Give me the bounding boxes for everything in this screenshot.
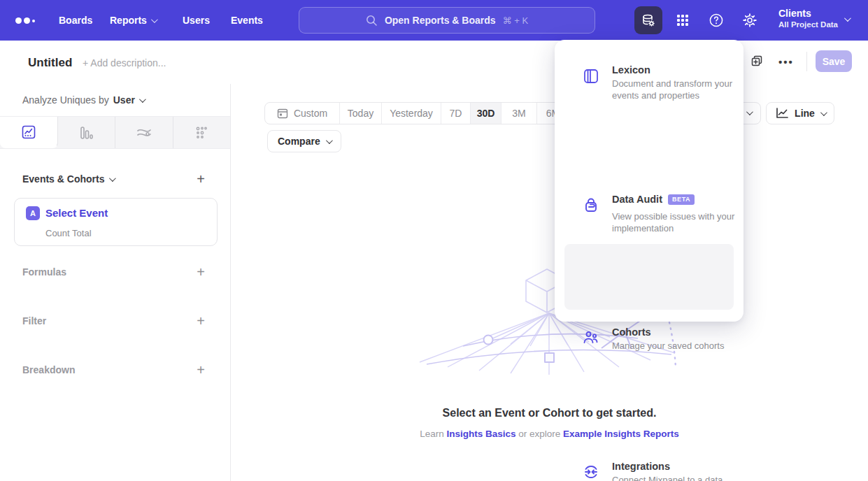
more-actions-button[interactable]: ••• [778,56,794,68]
cohorts-desc: Manage your saved cohorts [612,340,738,352]
add-breakdown-button[interactable]: + [194,364,207,377]
database-gear-icon [641,13,656,28]
tab-insights[interactable] [0,117,58,148]
help-button[interactable] [702,6,730,34]
chevron-down-icon [820,109,827,116]
add-formula-button[interactable]: + [194,266,207,279]
event-letter-badge: A [26,206,40,220]
mixpanel-insights-app: Boards Reports Users Events Open Reports… [0,0,868,481]
example-insights-reports-link[interactable]: Example Insights Reports [563,429,679,439]
range-30d-label: 30D [477,108,495,119]
range-yesterday-label: Yesterday [390,108,433,119]
analyze-value[interactable]: User [113,94,135,106]
search-shortcut: ⌘ + K [503,15,529,26]
settings-button[interactable] [736,6,764,34]
apps-grid-button[interactable] [669,6,697,34]
breakdown-section: Breakdown + [0,364,231,378]
add-event-button[interactable]: + [194,173,207,186]
event-row-card[interactable]: A Select Event Count Total [14,198,218,246]
events-cohorts-label: Events & Cohorts [22,173,104,185]
nav-boards-label: Boards [59,15,92,26]
copy-plus-icon [750,55,764,69]
add-filter-button[interactable]: + [194,315,207,328]
gear-icon [742,13,757,28]
chart-type-label: Line [795,108,815,119]
chevron-down-icon [109,175,116,182]
events-cohorts-header[interactable]: Events & Cohorts [22,173,114,185]
scatter-dots-icon [194,125,209,141]
learn-prefix: Learn [420,429,446,439]
range-7d[interactable]: 7D [441,103,470,124]
query-builder-sidebar: Analyze Uniques by User [0,84,231,481]
range-30d[interactable]: 30D [470,103,501,124]
integrations-title: Integrations [612,461,670,472]
chevron-down-icon [746,108,753,115]
nav-users-label: Users [183,15,210,26]
menu-item-data-audit[interactable]: Data AuditBETA View possible issues with… [555,106,744,173]
chevron-down-icon [326,137,333,144]
compare-label: Compare [278,136,320,147]
range-today-label: Today [348,108,373,119]
insights-chart-icon [21,124,36,140]
data-management-button[interactable] [634,6,662,34]
nav-boards[interactable]: Boards [59,0,92,41]
insights-basics-link[interactable]: Insights Basics [446,429,515,439]
nav-events[interactable]: Events [231,0,263,41]
menu-item-lexicon[interactable]: Lexicon Document and transform your even… [555,40,744,106]
filter-section: Filter + [0,315,231,329]
lexicon-title: Lexicon [612,64,650,76]
formulas-section: Formulas + [0,266,231,280]
report-description-placeholder[interactable]: + Add description... [83,57,166,69]
visualization-tabs [0,116,230,149]
lexicon-book-icon [583,68,599,85]
range-today[interactable]: Today [339,103,381,124]
formulas-label: Formulas [22,266,66,278]
filter-label: Filter [22,315,46,326]
cohorts-title: Cohorts [612,326,651,338]
range-3m[interactable]: 3M [501,103,536,124]
save-button[interactable]: Save [816,50,852,72]
date-range-control: Custom Today Yesterday 7D 30D 3M 6M [264,102,569,124]
global-search-input[interactable]: Open Reports & Boards ⌘ + K [299,7,595,34]
project-scope: All Project Data [778,20,838,30]
range-7d-label: 7D [450,108,462,119]
nav-reports[interactable]: Reports [110,0,156,41]
range-yesterday[interactable]: Yesterday [381,103,441,124]
report-title[interactable]: Untitled [28,56,72,70]
breakdown-label: Breakdown [22,364,75,375]
range-3m-label: 3M [512,108,525,119]
top-nav-bar: Boards Reports Users Events Open Reports… [0,0,868,41]
chevron-down-icon [139,96,146,103]
select-event-label[interactable]: Select Event [45,207,108,219]
menu-item-cohorts[interactable]: Cohorts Manage your saved cohorts [555,173,744,229]
analyze-uniques-selector[interactable]: Analyze Uniques by User [22,94,144,106]
count-total-label[interactable]: Count Total [45,228,92,238]
tab-bar-chart[interactable] [58,117,116,148]
chevron-down-icon [151,16,158,23]
compare-button[interactable]: Compare [267,130,341,152]
project-switcher[interactable]: Clients All Project Data [778,7,838,30]
line-chart-icon [775,107,789,120]
calendar-icon [277,108,288,119]
range-custom-label: Custom [294,108,327,119]
cohorts-users-icon [583,329,599,346]
nav-users[interactable]: Users [183,0,210,41]
lexicon-desc: Document and transform your events and p… [612,78,738,101]
duplicate-report-button[interactable] [750,55,764,69]
header-divider [806,52,807,71]
menu-item-integrations[interactable]: Integrations Connect Mixpanel to a data … [555,244,744,310]
tab-scatter[interactable] [173,117,231,148]
search-icon [366,15,378,27]
empty-state-subtext: Learn Insights Basics or explore Example… [231,429,868,439]
apps-grid-icon [676,13,690,27]
empty-state-heading: Select an Event or Cohort to get started… [231,407,868,419]
chevron-down-icon [844,15,851,22]
integrations-sync-icon [583,464,599,480]
question-circle-icon [709,13,724,28]
chart-type-dropdown[interactable]: Line [766,102,834,124]
mixpanel-logo-icon[interactable] [15,15,36,26]
or-explore-text: or explore [515,429,563,439]
tab-flow[interactable] [115,117,173,148]
range-custom[interactable]: Custom [265,103,339,124]
nav-events-label: Events [231,15,263,26]
